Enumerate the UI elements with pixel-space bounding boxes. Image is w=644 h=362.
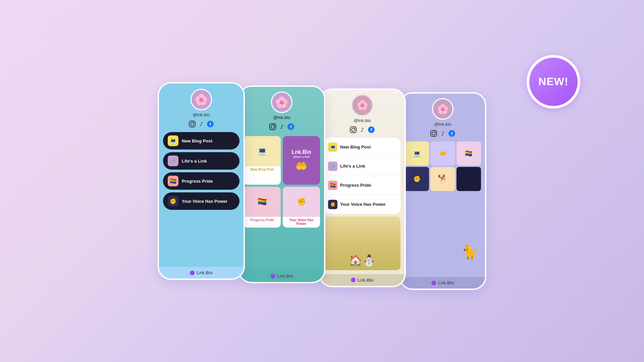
- facebook-icon-4[interactable]: f: [448, 130, 455, 137]
- facebook-icon-3[interactable]: f: [368, 126, 375, 133]
- avatar: 🌸: [191, 89, 212, 110]
- social-icons-row-4: ♪ f: [430, 130, 455, 137]
- lnkbio-brand-card: Lnk.Bio: [291, 149, 311, 155]
- avatar-emoji-3: 🌸: [357, 100, 368, 111]
- grid-label-voice: Your Voice Has Power: [283, 217, 320, 228]
- winter-scene: 🏠⛄: [324, 217, 400, 270]
- phone-3-footer: Lnk.Bio: [320, 274, 405, 286]
- footer-brand-3: Lnk.Bio: [358, 278, 374, 283]
- phone-4-content: 🌸 @lnk.bio ♪ f 💻 🤝 🏳️‍🌈 ✊ 🐕 🐈: [400, 94, 485, 277]
- mosaic-cell-5[interactable]: 🐕: [430, 167, 455, 191]
- link-list-item-blog[interactable]: 💻 New Blog Post: [324, 138, 400, 157]
- phone-4-footer: Lnk.Bio: [400, 277, 485, 289]
- social-icons-row-2: ♪ f: [269, 123, 294, 130]
- phone-1: 🌸 @lnk.bio ♪ f 💻 New Blog Post 🔗 Life's …: [158, 82, 245, 280]
- username-2: @lnk.bio: [273, 115, 290, 120]
- avatar-emoji-4: 🌸: [437, 104, 449, 115]
- facebook-icon[interactable]: f: [207, 121, 214, 127]
- grid-label-blog: New Blog Post: [244, 166, 281, 173]
- link-btn-lifes-a-link[interactable]: 🔗 Life's a Link: [163, 152, 239, 170]
- mosaic-cell-4[interactable]: ✊: [405, 167, 429, 191]
- instagram-icon-3[interactable]: [350, 126, 357, 133]
- instagram-icon[interactable]: [189, 121, 196, 127]
- tiktok-icon[interactable]: ♪: [200, 121, 203, 127]
- phone-2-footer: Lnk.Bio: [239, 270, 324, 282]
- link-thumb-voice: ✊: [168, 196, 178, 206]
- new-badge-label: NEW!: [538, 75, 568, 88]
- phone-3: 🌸 @lnk.bio ♪ f 💻 New Blog Post 🔗 Life's …: [319, 88, 406, 287]
- mosaic-cell-6: [457, 167, 481, 191]
- grid-img-voice: ✊: [283, 187, 320, 217]
- facebook-icon-2[interactable]: f: [287, 123, 294, 130]
- grid-cell-blog[interactable]: 💻 New Blog Post: [244, 136, 281, 185]
- tiktok-icon-3[interactable]: ♪: [361, 126, 364, 133]
- list-thumb-blog: 💻: [328, 142, 337, 152]
- list-thumb-pride: 🏳️‍🌈: [328, 181, 337, 190]
- link-label-new-blog-post: New Blog Post: [182, 138, 212, 143]
- mosaic-cell-2[interactable]: 🤝: [430, 141, 455, 166]
- avatar-4: 🌸: [432, 98, 453, 120]
- cat-graphic: 🐈: [462, 244, 478, 260]
- footer-brand-2: Lnk.Bio: [277, 274, 293, 279]
- username-3: @lnk.bio: [354, 118, 371, 123]
- link-buttons: 💻 New Blog Post 🔗 Life's a Link 🏳️‍🌈 Pro…: [163, 132, 239, 210]
- grid-label-pride: Progress Pride: [244, 217, 281, 224]
- username-4: @lnk.bio: [434, 122, 451, 127]
- list-label-pride: Progress Pride: [340, 183, 371, 188]
- username: @lnk.bio: [193, 112, 210, 117]
- link-btn-progress-pride[interactable]: 🏳️‍🌈 Progress Pride: [163, 172, 239, 190]
- mosaic-grid: 💻 🤝 🏳️‍🌈 ✊ 🐕: [405, 141, 481, 191]
- link-grid: 💻 New Blog Post Lnk.Bio share a link 🤲 🏳…: [244, 136, 320, 228]
- hand-graphic: 🤲: [296, 161, 307, 172]
- grid-cell-pride[interactable]: 🏳️‍🌈 Progress Pride: [244, 187, 281, 228]
- grid-cell-lnkbio: Lnk.Bio share a link 🤲: [283, 136, 320, 185]
- link-label-progress-pride: Progress Pride: [182, 179, 213, 184]
- footer-logo-dot-4: [431, 281, 436, 285]
- avatar-2: 🌸: [271, 92, 292, 113]
- footer-brand: Lnk.Bio: [197, 270, 213, 275]
- winter-scene-emoji: 🏠⛄: [349, 254, 376, 267]
- link-label-your-voice: Your Voice Has Power: [182, 199, 227, 204]
- avatar-emoji: 🌸: [195, 93, 208, 106]
- phone-1-footer: Lnk.Bio: [159, 267, 244, 279]
- footer-brand-4: Lnk.Bio: [438, 280, 454, 285]
- link-list-item-life[interactable]: 🔗 Life's a Link: [324, 157, 400, 176]
- list-thumb-life: 🔗: [328, 162, 337, 171]
- phone-2-content: 🌸 @lnk.bio ♪ f 💻 New Blog Post Lnk.Bio s…: [239, 87, 324, 270]
- grid-img-pride: 🏳️‍🌈: [244, 187, 281, 217]
- link-list: 💻 New Blog Post 🔗 Life's a Link 🏳️‍🌈 Pro…: [324, 138, 400, 214]
- avatar-3: 🌸: [352, 95, 373, 116]
- link-list-item-pride[interactable]: 🏳️‍🌈 Progress Pride: [324, 176, 400, 195]
- social-icons-row: ♪ f: [189, 121, 214, 127]
- grid-img-blog: 💻: [244, 136, 281, 166]
- footer-logo-dot-2: [270, 274, 275, 279]
- phone-1-content: 🌸 @lnk.bio ♪ f 💻 New Blog Post 🔗 Life's …: [159, 83, 244, 267]
- instagram-icon-2[interactable]: [269, 123, 276, 130]
- instagram-icon-4[interactable]: [430, 130, 437, 137]
- link-list-item-voice[interactable]: ✊ Your Voice Has Power: [324, 195, 400, 214]
- list-label-blog: New Blog Post: [340, 144, 371, 149]
- link-btn-new-blog-post[interactable]: 💻 New Blog Post: [163, 132, 239, 149]
- social-icons-row-3: ♪ f: [350, 126, 375, 133]
- grid-cell-voice[interactable]: ✊ Your Voice Has Power: [283, 187, 320, 228]
- link-btn-your-voice[interactable]: ✊ Your Voice Has Power: [163, 192, 239, 210]
- tiktok-icon-4[interactable]: ♪: [441, 130, 444, 137]
- new-badge: NEW!: [527, 55, 580, 109]
- mosaic-cell-3[interactable]: 🏳️‍🌈: [457, 141, 481, 166]
- list-label-voice: Your Voice Has Power: [340, 202, 386, 207]
- avatar-emoji-2: 🌸: [275, 96, 288, 109]
- footer-logo-dot: [190, 270, 195, 275]
- phone-4: 🌸 @lnk.bio ♪ f 💻 🤝 🏳️‍🌈 ✊ 🐕 🐈 Lnk.B: [399, 92, 486, 290]
- list-thumb-voice: ✊: [328, 200, 337, 209]
- list-label-life: Life's a Link: [340, 164, 365, 169]
- mosaic-cell-1[interactable]: 💻: [405, 141, 429, 166]
- link-thumb-life: 🔗: [168, 156, 178, 166]
- lnkbio-sub: share a link: [293, 155, 310, 159]
- footer-logo-dot-3: [351, 278, 356, 282]
- tiktok-icon-2[interactable]: ♪: [280, 123, 283, 130]
- phone-2: 🌸 @lnk.bio ♪ f 💻 New Blog Post Lnk.Bio s…: [238, 85, 325, 283]
- phone-3-content: 🌸 @lnk.bio ♪ f 💻 New Blog Post 🔗 Life's …: [320, 90, 405, 274]
- link-label-lifes-a-link: Life's a Link: [182, 159, 207, 164]
- link-thumb-blog: 💻: [168, 135, 178, 146]
- link-thumb-pride: 🏳️‍🌈: [168, 176, 178, 186]
